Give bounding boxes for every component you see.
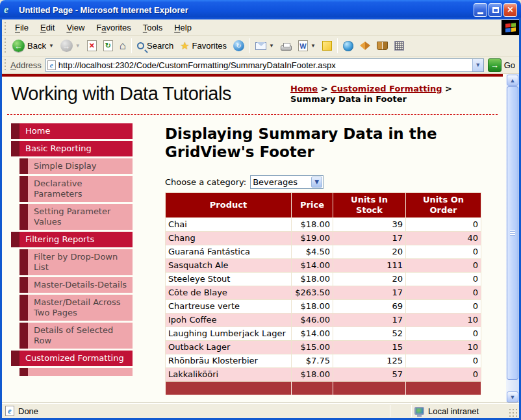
minimize-button[interactable] <box>474 3 487 17</box>
sidebar-item-filtering-reports[interactable]: Filtering Reports <box>11 232 133 247</box>
menu-file[interactable]: File <box>9 21 34 34</box>
breadcrumb-link-home[interactable]: Home <box>290 84 318 93</box>
value-cell: 52 <box>333 327 406 341</box>
value-cell: $46.00 <box>292 314 333 327</box>
value-cell: 0 <box>406 286 481 300</box>
edit-with-word-button[interactable]: W ▼ <box>295 39 319 53</box>
gridview-footer-row <box>166 382 481 395</box>
toolbar-grip[interactable] <box>4 38 7 54</box>
value-cell: 15 <box>333 341 406 354</box>
research-button[interactable] <box>374 40 391 51</box>
status-text: Done <box>18 406 390 416</box>
address-label: Address <box>10 60 42 70</box>
menu-favorites[interactable]: Favorites <box>90 21 136 34</box>
sidebar-item-simple-display[interactable]: Simple Display <box>19 158 133 174</box>
menu-help[interactable]: Help <box>168 21 197 34</box>
binary-tool-button[interactable] <box>391 40 407 52</box>
menu-tools[interactable]: Tools <box>137 21 168 34</box>
sidebar-item-setting-parameter-values[interactable]: Setting Parameter Values <box>19 204 133 230</box>
sidebar-item-home[interactable]: Home <box>11 123 133 139</box>
menu-view[interactable]: View <box>60 21 90 34</box>
column-header-units-on-order: Units On Order <box>406 193 481 218</box>
security-zone: Local intranet <box>412 406 509 416</box>
refresh-button[interactable]: ↻ <box>100 39 116 53</box>
table-row: Chai$18.00390 <box>166 218 481 232</box>
mail-dropdown-icon[interactable]: ▼ <box>269 43 274 49</box>
sidebar-accent <box>19 176 28 202</box>
messenger-button[interactable] <box>357 40 374 51</box>
table-row: Rhönbräu Klosterbier$7.751250 <box>166 354 481 368</box>
go-button[interactable]: → <box>488 58 502 72</box>
close-button[interactable]: ✕ <box>503 3 517 17</box>
notes-button[interactable] <box>319 40 335 52</box>
sidebar-accent <box>19 158 28 174</box>
sidebar-menu: HomeBasic ReportingSimple DisplayDeclara… <box>11 123 133 376</box>
home-button[interactable]: ⌂ <box>116 38 129 54</box>
favorites-button[interactable]: ★ Favorites <box>177 38 230 53</box>
address-input[interactable] <box>58 60 472 70</box>
scrollbar-thumb[interactable] <box>507 86 518 380</box>
stop-icon: ✕ <box>87 40 97 51</box>
product-cell: Chang <box>166 232 292 245</box>
ie-logo-icon: e <box>4 4 16 16</box>
toolbar-grip[interactable] <box>4 21 7 33</box>
window-title: Untitled Page - Microsoft Internet Explo… <box>19 5 474 15</box>
forward-dropdown-icon[interactable]: ▼ <box>75 43 81 49</box>
back-button[interactable]: ← Back ▼ <box>9 38 57 53</box>
breadcrumb-link-customized-formatting[interactable]: Customized Formatting <box>331 84 442 93</box>
sidebar-item-label: Customized Formatting <box>19 351 133 366</box>
stop-button[interactable]: ✕ <box>84 39 100 53</box>
value-cell: 17 <box>333 232 406 245</box>
sidebar-item-customized-formatting[interactable]: Customized Formatting <box>11 351 133 366</box>
sidebar-item-master-details-details[interactable]: Master-Details-Details <box>19 277 133 293</box>
table-row: Outback Lager$15.001510 <box>166 341 481 354</box>
sidebar-item-partial[interactable] <box>19 368 133 376</box>
product-cell: Ipoh Coffee <box>166 314 292 327</box>
history-button[interactable]: ↻ <box>230 39 248 53</box>
product-cell: Steeleye Stout <box>166 273 292 286</box>
product-cell: Chartreuse verte <box>166 300 292 314</box>
value-cell: 0 <box>406 259 481 273</box>
sidebar-accent <box>19 295 28 321</box>
sidebar-accent <box>19 204 28 230</box>
maximize-button[interactable] <box>489 3 502 17</box>
go-label[interactable]: Go <box>504 60 515 70</box>
forward-button[interactable]: → ▼ <box>57 38 84 53</box>
sidebar-item-label: Filter by Drop-Down List <box>28 249 133 275</box>
product-cell: Côte de Blaye <box>166 286 292 300</box>
search-button[interactable]: Search <box>134 40 177 52</box>
mail-icon <box>255 42 266 50</box>
favorites-star-icon: ★ <box>180 40 189 52</box>
value-cell: 69 <box>333 300 406 314</box>
edit-dropdown-icon[interactable]: ▼ <box>311 43 316 49</box>
table-row: Sasquatch Ale$14.001110 <box>166 259 481 273</box>
table-row: Chartreuse verte$18.00690 <box>166 300 481 314</box>
product-cell: Lakkalikööri <box>166 368 292 382</box>
value-cell: 0 <box>406 354 481 368</box>
chevron-down-icon[interactable]: ▼ <box>311 177 322 188</box>
sidebar-item-declarative-parameters[interactable]: Declarative Parameters <box>19 176 133 202</box>
category-select[interactable]: Beverages ▼ <box>250 175 324 189</box>
scroll-down-button[interactable]: ▼ <box>507 391 518 402</box>
menu-edit[interactable]: Edit <box>34 21 60 34</box>
table-row: Côte de Blaye$263.50170 <box>166 286 481 300</box>
page-icon: e <box>47 60 56 70</box>
title-bar[interactable]: e Untitled Page - Microsoft Internet Exp… <box>0 0 521 19</box>
address-dropdown-button[interactable]: ▼ <box>472 59 483 71</box>
product-cell: Guaraná Fantástica <box>166 245 292 259</box>
sidebar-item-master-detail-across-two-pages[interactable]: Master/Detail Across Two Pages <box>19 295 133 321</box>
value-cell: 0 <box>406 245 481 259</box>
sidebar-item-basic-reporting[interactable]: Basic Reporting <box>11 141 133 156</box>
sidebar-item-filter-by-drop-down-list[interactable]: Filter by Drop-Down List <box>19 249 133 275</box>
sidebar-item-details-of-selected-row[interactable]: Details of Selected Row <box>19 323 133 349</box>
mail-button[interactable]: ▼ <box>252 41 277 51</box>
resize-grip[interactable] <box>509 409 518 418</box>
toolbar-grip[interactable] <box>4 58 7 71</box>
web-discuss-button[interactable] <box>340 40 357 53</box>
scroll-up-button[interactable]: ▲ <box>507 75 518 86</box>
vertical-scrollbar[interactable]: ▲ ▼ <box>506 74 519 403</box>
sidebar-accent <box>19 277 28 293</box>
print-button[interactable] <box>277 40 295 52</box>
status-bar: e Done Local intranet <box>2 403 519 418</box>
back-dropdown-icon[interactable]: ▼ <box>49 43 54 49</box>
